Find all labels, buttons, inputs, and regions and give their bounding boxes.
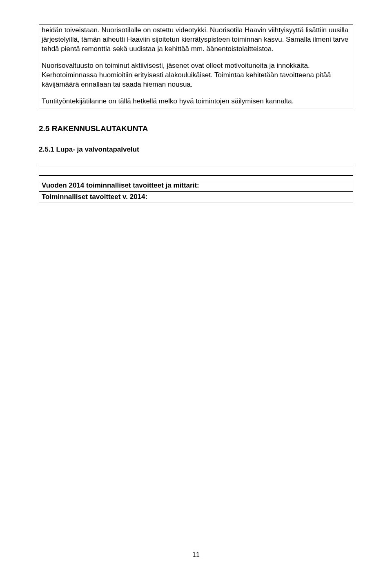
section-heading: 2.5 RAKENNUSLAUTAKUNTA	[39, 123, 353, 134]
paragraph-1: heidän toiveistaan. Nuorisotilalle on os…	[42, 26, 350, 54]
top-text-box: heidän toiveistaan. Nuorisotilalle on os…	[39, 25, 353, 109]
paragraph-2: Nuorisovaltuusto on toiminut aktiivisest…	[42, 61, 350, 89]
paragraph-3: Tuntityöntekijätilanne on tällä hetkellä…	[42, 97, 350, 106]
goals-table: Vuoden 2014 toiminnalliset tavoitteet ja…	[39, 180, 353, 203]
subsection-heading: 2.5.1 Lupa- ja valvontapalvelut	[39, 145, 353, 154]
empty-box	[39, 166, 353, 176]
goals-table-header: Vuoden 2014 toiminnalliset tavoitteet ja…	[39, 180, 353, 192]
goals-table-row: Toiminnalliset tavoitteet v. 2014:	[39, 192, 353, 203]
top-text-box-inner: heidän toiveistaan. Nuorisotilalle on os…	[39, 25, 353, 109]
page-number: 11	[0, 550, 392, 559]
